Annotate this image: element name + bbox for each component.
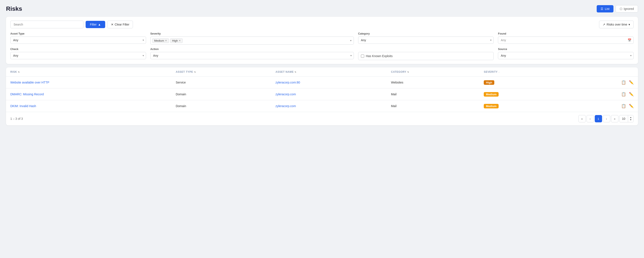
col-asset-name[interactable]: ASSET NAME ⇅ — [271, 67, 387, 77]
risk-link[interactable]: DKIM: Invalid Hash — [10, 104, 36, 108]
cell-risk: DMARC: Missing Record — [6, 88, 172, 100]
list-icon: ☰ — [600, 7, 603, 10]
risks-table: RISK ⇅ ASSET TYPE ⇅ ASSET NAME ⇅ — [6, 67, 638, 112]
severity-select-wrapper[interactable]: Medium ✕ High ✕ — [150, 36, 354, 45]
prev-page-button[interactable]: ‹ — [586, 115, 594, 122]
source-select-wrapper: Any — [498, 52, 634, 59]
next-page-button[interactable]: › — [603, 115, 610, 122]
asset-type-filter: Asset Type Any — [10, 32, 146, 45]
action-select-wrapper: Any — [150, 52, 354, 59]
severity-label: Severity — [150, 32, 354, 35]
page-title: Risks — [6, 5, 22, 12]
cell-asset-type: Service — [172, 77, 271, 88]
source-select[interactable]: Any — [498, 52, 634, 59]
filter-top: Filter ▲ ✕ Clear Filter ↗ Risks over tim… — [10, 21, 634, 28]
pagination-controls: « ‹ 1 › » 10 ▲ ▼ — [578, 115, 634, 122]
asset-name-link[interactable]: zyleracorp.com:80 — [276, 81, 300, 84]
action-filter: Action Any — [150, 48, 354, 60]
table-row: Website available over HTTP Service zyle… — [6, 77, 638, 88]
cell-severity: Medium — [480, 88, 565, 100]
clipboard-icon[interactable]: 📋 — [621, 104, 626, 108]
category-filter: Category Any — [358, 32, 494, 45]
table-body: Website available over HTTP Service zyle… — [6, 77, 638, 112]
dropdown-arrow-icon: ▾ — [628, 23, 630, 26]
cell-row-actions: 📋 ✏️ — [565, 77, 638, 88]
cell-asset-name: zyleracorp.com — [271, 88, 387, 100]
clear-filter-button[interactable]: ✕ Clear Filter — [107, 21, 133, 28]
page-header: Risks ☰ List ⬡ Ignored — [6, 5, 638, 12]
first-page-button[interactable]: « — [578, 115, 586, 122]
severity-sort-icon: ↓ — [498, 71, 500, 73]
filter-grid: Asset Type Any Severity Medium ✕ High — [10, 32, 634, 60]
check-select-wrapper: Any — [10, 52, 146, 59]
category-select-wrapper: Any — [358, 36, 494, 44]
asset-name-link[interactable]: zyleracorp.com — [276, 93, 296, 96]
source-filter: Source Any — [498, 48, 634, 60]
check-filter: Check Any — [10, 48, 146, 60]
severity-filter: Severity Medium ✕ High ✕ — [150, 32, 354, 45]
per-page-arrow[interactable]: ▲ ▼ — [628, 115, 634, 122]
cell-category: Mail — [387, 100, 480, 112]
action-select[interactable]: Any — [150, 52, 354, 59]
category-sort-icon: ⇅ — [407, 71, 409, 73]
check-select[interactable]: Any — [10, 52, 146, 59]
per-page-selector: 10 ▲ ▼ — [619, 115, 634, 122]
has-known-exploits-wrapper: Has Known Exploits — [358, 52, 494, 60]
cell-asset-name: zyleracorp.com — [271, 100, 387, 112]
page-1-button[interactable]: 1 — [595, 115, 602, 122]
list-button[interactable]: ☰ List — [597, 5, 614, 12]
edit-icon[interactable]: ✏️ — [629, 92, 634, 97]
last-page-button[interactable]: » — [611, 115, 618, 122]
ignored-button[interactable]: ⬡ Ignored — [616, 5, 638, 12]
severity-tag-medium[interactable]: Medium ✕ — [152, 38, 169, 43]
severity-badge: High — [484, 80, 494, 85]
ignored-icon: ⬡ — [620, 7, 622, 10]
table-row: DMARC: Missing Record Domain zyleracorp.… — [6, 88, 638, 100]
asset-name-link[interactable]: zyleracorp.com — [276, 104, 296, 108]
found-filter: Found Any 📅 — [498, 32, 634, 45]
search-input[interactable] — [10, 21, 84, 28]
category-label: Category — [358, 32, 494, 35]
cell-severity: Medium — [480, 100, 565, 112]
calendar-icon: 📅 — [628, 38, 631, 42]
col-asset-type[interactable]: ASSET TYPE ⇅ — [172, 67, 271, 77]
asset-type-select[interactable]: Any — [10, 36, 146, 44]
col-severity[interactable]: SEVERITY ↓ — [480, 67, 565, 77]
cell-asset-type: Domain — [172, 100, 271, 112]
category-select[interactable]: Any — [358, 36, 494, 44]
chart-icon: ↗ — [603, 23, 605, 26]
cell-category: Websites — [387, 77, 480, 88]
asset-type-select-wrapper: Any — [10, 36, 146, 44]
table-header: RISK ⇅ ASSET TYPE ⇅ ASSET NAME ⇅ — [6, 67, 638, 77]
cell-severity: High — [480, 77, 565, 88]
remove-high-tag[interactable]: ✕ — [179, 39, 181, 42]
risk-link[interactable]: Website available over HTTP — [10, 81, 49, 84]
source-label: Source — [498, 48, 634, 51]
filter-button[interactable]: Filter ▲ — [86, 21, 105, 28]
found-input[interactable]: Any 📅 — [498, 36, 634, 44]
clear-icon: ✕ — [111, 23, 114, 26]
asset-type-label: Asset Type — [10, 32, 146, 35]
check-label: Check — [10, 48, 146, 51]
clipboard-icon[interactable]: 📋 — [621, 92, 626, 97]
table-row: DKIM: Invalid Hash Domain zyleracorp.com… — [6, 100, 638, 112]
col-actions — [565, 67, 638, 77]
filter-bar: Filter ▲ ✕ Clear Filter ↗ Risks over tim… — [6, 17, 638, 64]
col-category[interactable]: CATEGORY ⇅ — [387, 67, 480, 77]
asset-name-sort-icon: ⇅ — [294, 71, 296, 73]
severity-tag-high[interactable]: High ✕ — [170, 38, 182, 43]
has-known-exploits-filter: - Has Known Exploits — [358, 48, 494, 60]
cell-row-actions: 📋 ✏️ — [565, 100, 638, 112]
edit-icon[interactable]: ✏️ — [629, 80, 634, 85]
clipboard-icon[interactable]: 📋 — [621, 80, 626, 85]
risk-link[interactable]: DMARC: Missing Record — [10, 93, 44, 96]
severity-badge: Medium — [484, 104, 498, 108]
remove-medium-tag[interactable]: ✕ — [165, 39, 167, 42]
per-page-value: 10 — [620, 116, 628, 122]
cell-asset-type: Domain — [172, 88, 271, 100]
risks-over-time-button[interactable]: ↗ Risks over time ▾ — [599, 21, 634, 28]
has-known-exploits-checkbox[interactable] — [361, 54, 364, 58]
edit-icon[interactable]: ✏️ — [629, 104, 634, 108]
col-risk[interactable]: RISK ⇅ — [6, 67, 172, 77]
severity-badge: Medium — [484, 92, 498, 97]
